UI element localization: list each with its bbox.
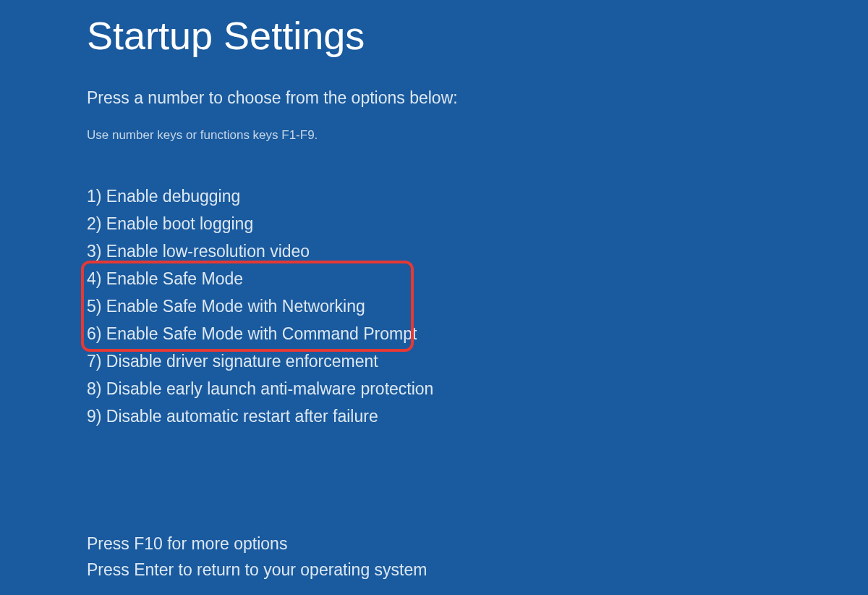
option-enable-safe-mode-networking[interactable]: 5) Enable Safe Mode with Networking — [87, 293, 868, 321]
startup-options-list: 1) Enable debugging 2) Enable boot loggi… — [87, 183, 868, 430]
option-disable-driver-signature[interactable]: 7) Disable driver signature enforcement — [87, 348, 868, 376]
page-title: Startup Settings — [87, 13, 868, 58]
option-enable-safe-mode-command-prompt[interactable]: 6) Enable Safe Mode with Command Prompt — [87, 321, 868, 348]
option-enable-low-resolution-video[interactable]: 3) Enable low-resolution video — [87, 238, 868, 266]
more-options-instruction: Press F10 for more options — [87, 531, 868, 557]
option-disable-anti-malware[interactable]: 8) Disable early launch anti-malware pro… — [87, 376, 868, 403]
return-instruction: Press Enter to return to your operating … — [87, 557, 868, 583]
option-enable-safe-mode[interactable]: 4) Enable Safe Mode — [87, 266, 868, 293]
option-enable-boot-logging[interactable]: 2) Enable boot logging — [87, 211, 868, 238]
option-enable-debugging[interactable]: 1) Enable debugging — [87, 183, 868, 211]
hint-text: Use number keys or functions keys F1-F9. — [87, 128, 868, 143]
subtitle-instruction: Press a number to choose from the option… — [87, 88, 868, 108]
footer-instructions: Press F10 for more options Press Enter t… — [87, 531, 868, 583]
option-disable-automatic-restart[interactable]: 9) Disable automatic restart after failu… — [87, 403, 868, 431]
